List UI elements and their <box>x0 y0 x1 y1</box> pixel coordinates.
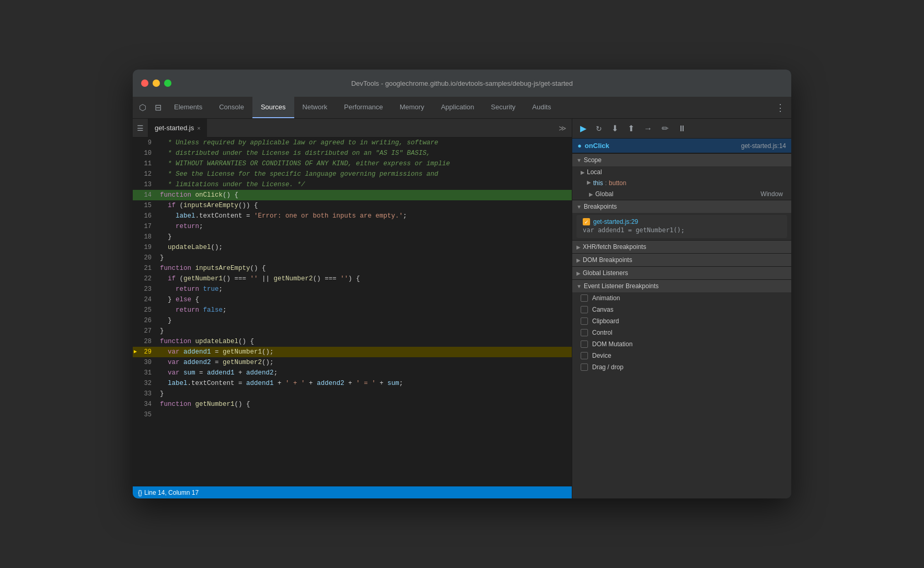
dom-mutation-label: DOM Mutation <box>592 340 632 348</box>
paused-function-name: onClick <box>585 142 609 150</box>
dom-mutation-checkbox[interactable] <box>581 340 588 348</box>
device-label: Device <box>592 352 611 359</box>
control-label: Control <box>592 329 613 336</box>
cursor-position: Line 14, Column 17 <box>144 489 199 496</box>
breakpoint-checkbox[interactable]: ✓ <box>583 218 590 225</box>
canvas-checkbox[interactable] <box>581 306 588 313</box>
table-row: 18 } <box>133 232 572 242</box>
table-row: 26 } <box>133 315 572 326</box>
scope-section-header[interactable]: ▼ Scope <box>572 153 791 166</box>
dom-breakpoints-chevron: ▶ <box>576 257 581 263</box>
table-row: 34 function getNumber1() { <box>133 399 572 410</box>
breakpoints-section-header[interactable]: ▼ Breakpoints <box>572 200 791 213</box>
table-row: 11 * WITHOUT WARRANTIES OR CONDITIONS OF… <box>133 158 572 169</box>
event-clipboard[interactable]: Clipboard <box>572 315 791 327</box>
minimize-button[interactable] <box>153 79 160 87</box>
scope-title: Scope <box>584 156 602 164</box>
scope-this-row: ▶ this : button <box>572 178 791 188</box>
drag-drop-checkbox[interactable] <box>581 363 588 371</box>
tab-network[interactable]: Network <box>294 97 336 118</box>
global-chevron: ▶ <box>589 191 593 197</box>
table-row: 32 label.textContent = addend1 + ' + ' +… <box>133 378 572 389</box>
devtools-panel-icon[interactable]: ⊟ <box>151 97 166 118</box>
file-tab-bar: ☰ get-started.js × ≫ <box>133 119 572 138</box>
control-checkbox[interactable] <box>581 329 588 336</box>
more-tabs-button[interactable]: ⋮ <box>769 97 791 118</box>
dom-breakpoints-section-header[interactable]: ▶ DOM Breakpoints <box>572 253 791 266</box>
device-checkbox[interactable] <box>581 352 588 359</box>
file-tab-get-started[interactable]: get-started.js × <box>148 119 207 138</box>
event-control[interactable]: Control <box>572 327 791 338</box>
tab-performance[interactable]: Performance <box>336 97 391 118</box>
global-scope-value: Window <box>760 190 783 198</box>
event-animation[interactable]: Animation <box>572 292 791 304</box>
devtools-pointer-icon: ⬡ <box>135 97 151 118</box>
local-scope-label: Local <box>587 168 602 176</box>
title-bar: DevTools - googlechrome.github.io/devtoo… <box>133 70 791 97</box>
debugger-sidebar[interactable]: ▼ Scope ▶ Local ▶ this : button <box>572 153 791 498</box>
xhr-section-header[interactable]: ▶ XHR/fetch Breakpoints <box>572 240 791 253</box>
global-listeners-chevron: ▶ <box>576 270 581 276</box>
dom-breakpoints-title: DOM Breakpoints <box>583 256 632 264</box>
pause-on-exceptions-button[interactable]: ⏸ <box>675 122 689 135</box>
global-scope-label: Global <box>595 190 614 198</box>
event-listener-section-header[interactable]: ▼ Event Listener Breakpoints <box>572 279 791 292</box>
event-device[interactable]: Device <box>572 350 791 361</box>
paused-indicator: ● onClick get-started.js:14 <box>572 139 791 153</box>
breakpoint-code: var addend1 = getNumber1(); <box>583 225 781 235</box>
table-row: 23 return true; <box>133 284 572 294</box>
table-row: 15 if (inputsAreEmpty()) { <box>133 200 572 211</box>
toggle-sidebar-button[interactable]: ☰ <box>133 119 148 138</box>
table-row: 13 * limitations under the License. */ <box>133 179 572 190</box>
animation-label: Animation <box>592 294 620 302</box>
animation-checkbox[interactable] <box>581 294 588 302</box>
breakpoints-section-body: ✓ get-started.js:29 var addend1 = getNum… <box>572 215 791 238</box>
tab-audits[interactable]: Audits <box>524 97 559 118</box>
table-row: 31 var sum = addend1 + addend2; <box>133 368 572 378</box>
event-dom-mutation[interactable]: DOM Mutation <box>572 338 791 350</box>
table-row: 19 updateLabel(); <box>133 242 572 253</box>
file-tab-close[interactable]: × <box>197 125 200 131</box>
tab-sources[interactable]: Sources <box>252 97 294 118</box>
file-tab-overflow[interactable]: ≫ <box>553 124 572 132</box>
tab-security[interactable]: Security <box>482 97 524 118</box>
step-out-button[interactable]: ⬆ <box>625 122 637 135</box>
global-listeners-section-header[interactable]: ▶ Global Listeners <box>572 266 791 279</box>
event-canvas[interactable]: Canvas <box>572 304 791 315</box>
canvas-label: Canvas <box>592 306 614 313</box>
event-drag-drop[interactable]: Drag / drop <box>572 361 791 373</box>
main-content: ☰ get-started.js × ≫ 9 * Unless required… <box>133 119 791 498</box>
tab-memory[interactable]: Memory <box>391 97 433 118</box>
local-scope-header[interactable]: ▶ Local <box>572 166 791 178</box>
tab-bar: ⬡ ⊟ Elements Console Sources Network Per… <box>133 97 791 119</box>
tab-console[interactable]: Console <box>211 97 252 118</box>
step-into-button[interactable]: ⬇ <box>609 122 621 135</box>
tab-application[interactable]: Application <box>433 97 483 118</box>
file-tab-name: get-started.js <box>155 124 194 132</box>
maximize-button[interactable] <box>164 79 171 87</box>
format-icon[interactable]: {} <box>138 489 142 496</box>
local-chevron: ▶ <box>581 169 585 175</box>
breakpoints-title: Breakpoints <box>584 203 617 210</box>
resume-button[interactable]: ▶ <box>578 122 589 135</box>
code-area[interactable]: 9 * Unless required by applicable law or… <box>133 138 572 486</box>
deactivate-breakpoints-button[interactable]: ✏ <box>659 122 671 135</box>
table-row: 10 * distributed under the License is di… <box>133 148 572 158</box>
step-over-button[interactable]: ↻ <box>593 123 605 134</box>
drag-drop-label: Drag / drop <box>592 363 623 371</box>
table-row: 22 if (getNumber1() === '' || getNumber2… <box>133 274 572 284</box>
window-title: DevTools - googlechrome.github.io/devtoo… <box>351 79 573 87</box>
tab-elements[interactable]: Elements <box>166 97 211 118</box>
step-button[interactable]: → <box>641 122 655 135</box>
paused-file-location: get-started.js:14 <box>741 142 786 150</box>
global-scope-row[interactable]: ▶ Global Window <box>572 188 791 200</box>
traffic-lights <box>141 79 171 87</box>
breakpoints-chevron: ▼ <box>576 204 582 210</box>
breakpoint-item[interactable]: ✓ get-started.js:29 var addend1 = getNum… <box>576 215 787 238</box>
code-editor-panel: ☰ get-started.js × ≫ 9 * Unless required… <box>133 119 572 498</box>
breakpoint-file: get-started.js:29 <box>593 218 638 225</box>
close-button[interactable] <box>141 79 148 87</box>
paused-dot: ● <box>578 142 582 150</box>
table-row: 21 function inputsAreEmpty() { <box>133 263 572 274</box>
clipboard-checkbox[interactable] <box>581 317 588 325</box>
